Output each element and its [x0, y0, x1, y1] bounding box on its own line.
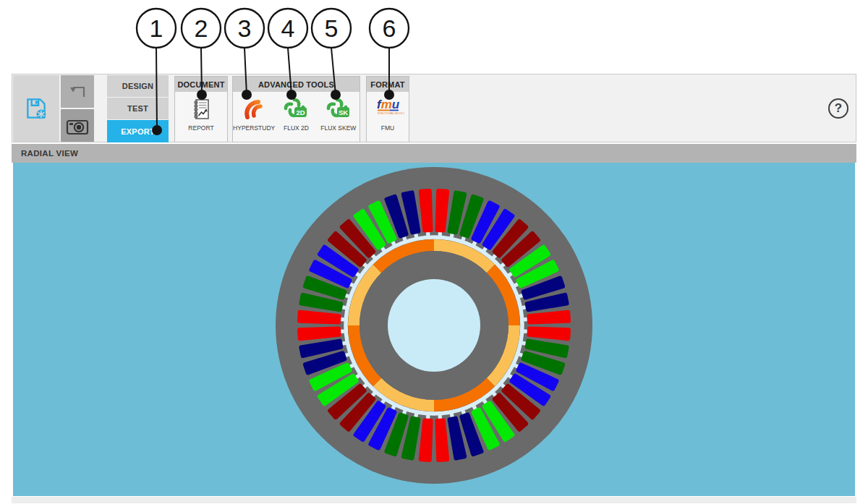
winding-conductor [299, 312, 339, 324]
report-icon [190, 97, 212, 121]
group-format-title: FORMAT [367, 77, 409, 92]
snapshot-button[interactable] [61, 109, 94, 142]
tab-test[interactable]: TEST [107, 98, 169, 119]
svg-text:FUNCTIONAL MOCK-UP UNIT: FUNCTIONAL MOCK-UP UNIT [378, 112, 404, 115]
hyperstudy-label: HYPERSTUDY [233, 124, 275, 132]
flux-skew-icon: SK [326, 97, 352, 121]
report-button[interactable]: REPORT [175, 97, 227, 132]
mode-tabs: DESIGN TEST EXPORT [107, 74, 169, 143]
winding-conductor [436, 191, 448, 231]
export-toolbar: DESIGN TEST EXPORT DOCUMENT [12, 74, 856, 142]
tab-export[interactable]: EXPORT [107, 120, 169, 142]
winding-conductor [299, 328, 339, 339]
shaft-bore [388, 279, 480, 372]
group-format: FORMAT fmu FUNCTIONAL MOCK-UP UNIT FMU [366, 76, 409, 142]
callout-circle [370, 9, 409, 48]
winding-conductor [529, 312, 569, 324]
callout-circle [225, 9, 264, 48]
fmu-label: FMU [381, 124, 394, 132]
svg-text:SK: SK [339, 108, 348, 116]
fmu-icon: fmu FUNCTIONAL MOCK-UP UNIT [371, 97, 404, 121]
import-arrow-button[interactable] [61, 75, 94, 108]
winding-conductor [529, 328, 569, 339]
callout-number: 1 [150, 14, 163, 42]
radial-view-panel: RADIAL VIEW [12, 144, 856, 497]
callout-circle [268, 9, 307, 48]
group-advanced-tools-title: ADVANCED TOOLS [233, 77, 359, 92]
callout-number: 3 [238, 14, 252, 42]
callout-number: 6 [383, 14, 396, 42]
save-button[interactable] [13, 75, 59, 142]
hyperstudy-icon [241, 97, 267, 121]
callout-number: 5 [325, 14, 339, 42]
flux-2d-label: FLUX 2D [284, 124, 309, 132]
report-label: REPORT [188, 124, 213, 132]
svg-text:fmu: fmu [377, 98, 400, 111]
callout-number: 4 [281, 14, 295, 42]
camera-icon [64, 114, 90, 137]
flux-2d-icon: 2D [283, 97, 309, 121]
flux-skew-button[interactable]: SK FLUX SKEW [318, 97, 359, 132]
radial-view-titlebar: RADIAL VIEW [12, 144, 856, 163]
bottom-strip [12, 497, 856, 503]
down-arrow-icon [66, 80, 89, 103]
group-document-title: DOCUMENT [175, 77, 227, 92]
flux-skew-label: FLUX SKEW [320, 124, 356, 132]
callout-circle [182, 9, 221, 48]
callout-circle [137, 9, 176, 48]
group-advanced-tools: ADVANCED TOOLS HYPERSTUDY [232, 76, 360, 142]
flux-2d-button[interactable]: 2D FLUX 2D [275, 97, 317, 132]
svg-text:2D: 2D [297, 108, 305, 116]
winding-conductor [421, 420, 433, 460]
group-document: DOCUMENT [174, 76, 228, 142]
fmu-button[interactable]: fmu FUNCTIONAL MOCK-UP UNIT FMU [367, 97, 409, 132]
radial-view-title: RADIAL VIEW [21, 149, 78, 158]
radial-view-canvas[interactable] [13, 163, 855, 496]
help-button[interactable]: ? [828, 98, 848, 119]
save-icon [23, 95, 49, 121]
winding-conductor [421, 191, 433, 231]
winding-conductor [436, 420, 448, 460]
tab-design[interactable]: DESIGN [107, 75, 169, 97]
hyperstudy-button[interactable]: HYPERSTUDY [233, 97, 275, 132]
callout-circle [312, 9, 351, 48]
motor-cross-section [13, 163, 855, 496]
callout-number: 2 [195, 14, 208, 42]
